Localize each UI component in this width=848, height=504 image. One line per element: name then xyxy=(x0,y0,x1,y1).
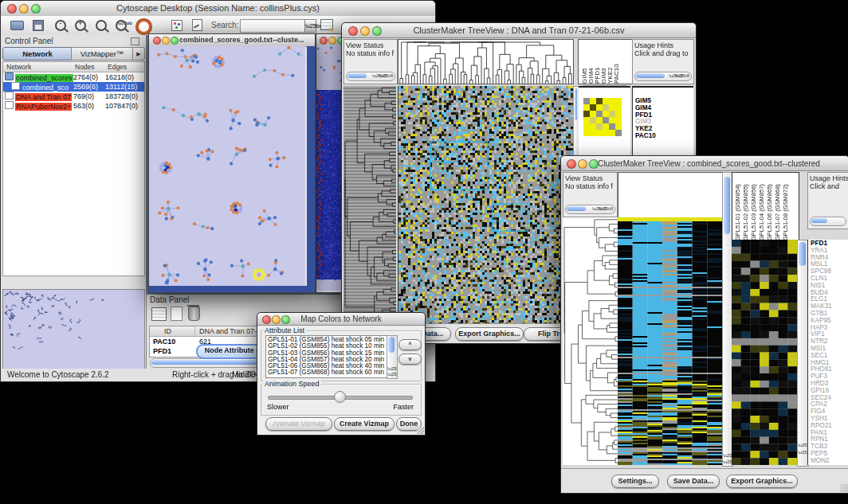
mini-matrix-cell[interactable] xyxy=(603,123,609,130)
annotation-icon[interactable] xyxy=(192,19,202,31)
mini-matrix-cell[interactable] xyxy=(583,117,590,123)
minimize-button[interactable] xyxy=(578,159,587,169)
network-list-row[interactable]: RNAPuberNov2+563(0)107847(0) xyxy=(3,101,144,111)
tv2-gene-label[interactable]: MON2 xyxy=(811,458,848,465)
mini-matrix-cell[interactable] xyxy=(596,111,603,117)
mini-matrix-cell[interactable] xyxy=(590,111,596,117)
close-button[interactable] xyxy=(320,37,328,45)
save-session-icon[interactable] xyxy=(33,20,44,31)
mini-matrix-cell[interactable] xyxy=(583,98,590,104)
mini-matrix-cell[interactable] xyxy=(590,104,596,111)
move-down-button[interactable]: v xyxy=(398,354,422,365)
network-list-row[interactable]: combined_scores2764(0)16218(0) xyxy=(3,72,144,82)
mini-matrix-cell[interactable] xyxy=(609,98,615,104)
resize-grip[interactable] xyxy=(840,484,848,492)
attribute-item[interactable]: GPL51-07 (GSM868) heat shock 60 min xyxy=(268,369,389,376)
float-panel-icon[interactable] xyxy=(131,37,139,45)
mini-matrix-cell[interactable] xyxy=(596,123,603,130)
mini-matrix-cell[interactable] xyxy=(596,117,603,123)
delete-attribute-icon[interactable] xyxy=(188,307,200,321)
tv1-column-dendrogram[interactable] xyxy=(398,39,574,84)
tv2-row-dendrogram[interactable] xyxy=(563,217,618,465)
close-button[interactable] xyxy=(153,37,161,45)
mini-matrix-cell[interactable] xyxy=(609,123,615,130)
table-edit-icon[interactable] xyxy=(320,19,333,30)
mini-matrix-cell[interactable] xyxy=(583,123,590,130)
settings-button[interactable]: Settings... xyxy=(611,475,659,488)
main-titlebar[interactable]: Cytoscape Desktop (Session Name: collins… xyxy=(1,1,435,17)
tv1-mini-matrix[interactable] xyxy=(583,98,622,136)
mini-matrix-cell[interactable] xyxy=(590,123,596,130)
zoom-in-icon[interactable]: + xyxy=(75,20,86,31)
network-list-row[interactable]: DNA and Tran 07769(0)183728(0) xyxy=(3,92,144,101)
mini-matrix-cell[interactable] xyxy=(583,130,590,136)
mini-matrix-cell[interactable] xyxy=(615,111,622,117)
close-button[interactable] xyxy=(567,159,576,169)
export-graphics-button[interactable]: Export Graphics... xyxy=(455,327,524,341)
network-hscrollbar[interactable] xyxy=(149,286,315,292)
mini-matrix-cell[interactable] xyxy=(615,98,622,104)
tab-vizmapper[interactable]: VizMapper™ xyxy=(71,47,133,61)
mini-matrix-cell[interactable] xyxy=(603,130,609,136)
tv2-heatmap[interactable] xyxy=(618,217,722,465)
minimize-button[interactable] xyxy=(162,37,170,45)
animate-vizmap-button[interactable]: Animate Vizmap xyxy=(265,417,332,431)
mini-matrix-cell[interactable] xyxy=(609,130,615,136)
attribute-list[interactable]: GPL51-01 (GSM854) heat shock 05 minGPL51… xyxy=(265,335,390,378)
mini-matrix-cell[interactable] xyxy=(603,117,609,123)
mini-matrix-cell[interactable] xyxy=(609,117,615,123)
mini-matrix-cell[interactable] xyxy=(596,130,603,136)
export-graphics-button[interactable]: Export Graphics... xyxy=(726,475,798,488)
mini-matrix-cell[interactable] xyxy=(590,130,596,136)
tv1-heatmap[interactable] xyxy=(398,86,573,323)
network-vscrollbar[interactable] xyxy=(307,46,315,286)
zoom-fit-icon[interactable] xyxy=(96,20,107,31)
mini-matrix-cell[interactable] xyxy=(615,130,622,136)
move-up-button[interactable]: ^ xyxy=(398,339,422,350)
mini-matrix-cell[interactable] xyxy=(596,98,603,104)
mini-matrix-cell[interactable] xyxy=(609,111,615,117)
tab-overflow-button[interactable]: ▶ xyxy=(132,47,145,61)
zoom-button[interactable] xyxy=(171,37,179,45)
mini-matrix-cell[interactable] xyxy=(603,104,609,111)
zoom-selected-icon[interactable]: \u25ab xyxy=(116,20,127,31)
new-attribute-icon[interactable] xyxy=(171,307,183,321)
mini-matrix-cell[interactable] xyxy=(590,117,596,123)
help-icon[interactable] xyxy=(136,19,151,34)
tv1-usage-scrollbar[interactable]: \u25c2\u25b8 xyxy=(634,72,692,81)
search-input[interactable] xyxy=(240,19,307,33)
mini-matrix-cell[interactable] xyxy=(583,111,590,117)
tv1-gene-label[interactable]: PAC10 xyxy=(635,133,693,140)
table-view-icon[interactable] xyxy=(151,307,167,321)
zoom-out-icon[interactable]: - xyxy=(55,20,66,31)
mini-matrix-cell[interactable] xyxy=(615,104,622,111)
mini-matrix-cell[interactable] xyxy=(596,104,603,111)
minimize-button[interactable] xyxy=(328,37,336,45)
network-view-1[interactable] xyxy=(149,46,305,286)
edges-count: 16218(0) xyxy=(105,72,134,82)
mini-matrix-cell[interactable] xyxy=(615,117,622,123)
create-vizmap-button[interactable]: Create Vizmap xyxy=(334,417,395,431)
search-dropdown-button[interactable]: \u25be xyxy=(304,19,316,33)
mini-matrix-cell[interactable] xyxy=(583,104,590,111)
network-overview-panel[interactable] xyxy=(2,289,145,380)
open-file-icon[interactable] xyxy=(10,21,24,30)
tv1-status-scrollbar[interactable]: \u25c2\u25b8 xyxy=(346,72,395,81)
mini-matrix-cell[interactable] xyxy=(603,98,609,104)
mini-matrix-cell[interactable] xyxy=(603,111,609,117)
animation-slider-thumb[interactable] xyxy=(334,391,346,403)
tab-network[interactable]: Network xyxy=(2,47,73,61)
network-list-row[interactable]: combined_sco2569(6)13112(15) xyxy=(3,82,144,92)
tv2-column-dendrogram-area[interactable] xyxy=(618,172,724,219)
mini-matrix-cell[interactable] xyxy=(615,123,622,130)
attribute-list-vscrollbar[interactable]: \u25b2\u25bc xyxy=(387,335,398,379)
resize-grip[interactable] xyxy=(417,427,424,434)
tv2-status-scrollbar[interactable]: \u25c2\u25b8 xyxy=(565,205,615,214)
save-data-button[interactable]: Save Data... xyxy=(667,475,720,488)
vizmapper-icon[interactable] xyxy=(171,20,183,31)
tv2-zoom-heatmap[interactable] xyxy=(732,240,797,465)
mini-matrix-cell[interactable] xyxy=(609,104,615,111)
tv1-row-dendrogram[interactable] xyxy=(344,86,396,323)
tv2-usage-scrollbar[interactable] xyxy=(810,217,846,226)
mini-matrix-cell[interactable] xyxy=(590,98,596,104)
